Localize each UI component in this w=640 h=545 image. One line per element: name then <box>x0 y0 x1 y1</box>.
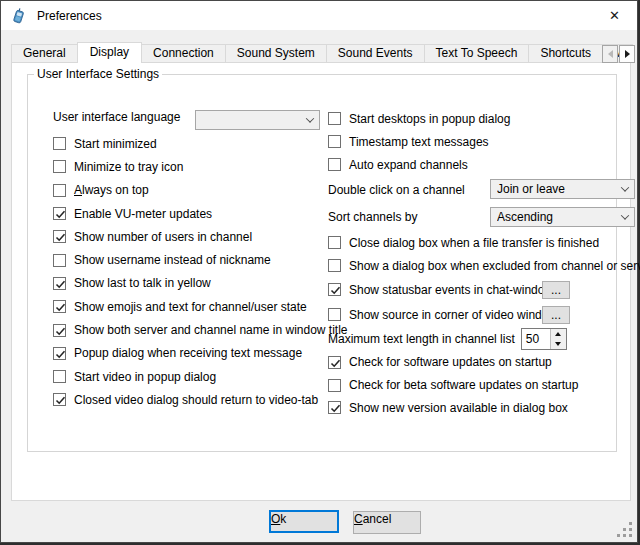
sort-channels-select[interactable]: Ascending <box>490 207 635 227</box>
checkmark-icon <box>54 394 67 407</box>
checkbox[interactable] <box>328 259 341 272</box>
checkbox[interactable] <box>53 184 66 197</box>
checkbox-row[interactable]: Start desktops in popup dialog <box>328 107 633 130</box>
checkbox-row[interactable]: Start minimized <box>53 132 333 155</box>
checkbox-row[interactable]: Start video in popup dialog <box>53 365 333 388</box>
checkmark-icon <box>329 402 342 415</box>
chevron-down-icon <box>306 114 314 122</box>
checkbox-row[interactable]: Popup dialog when receiving text message <box>53 342 333 365</box>
checkbox-label: Show emojis and text for channel/user st… <box>74 300 307 314</box>
checkbox[interactable] <box>53 370 66 383</box>
down-arrow-icon <box>555 342 561 346</box>
checkbox[interactable] <box>328 401 341 414</box>
tab-scroll-right-button[interactable] <box>619 45 635 63</box>
checkbox[interactable] <box>53 277 66 290</box>
checkbox-row[interactable]: Show emojis and text for channel/user st… <box>53 295 333 318</box>
checkbox[interactable] <box>328 135 341 148</box>
checkbox[interactable] <box>53 230 66 243</box>
group-title: User Interface Settings <box>34 67 162 81</box>
cancel-button[interactable]: Cancel <box>353 511 421 534</box>
sort-channels-row: Sort channels by Ascending <box>328 204 633 232</box>
ellipsis-button[interactable]: ... <box>542 281 570 299</box>
double-click-label: Double click on a channel <box>328 183 465 197</box>
checkbox[interactable] <box>53 347 66 360</box>
tab-connection[interactable]: Connection <box>141 44 226 63</box>
checkbox-row[interactable]: Check for beta software updates on start… <box>328 374 633 397</box>
close-button[interactable]: ✕ <box>592 1 637 30</box>
checkbox-label: Show last to talk in yellow <box>74 276 211 290</box>
tab-sound-events[interactable]: Sound Events <box>326 44 425 63</box>
resize-grip[interactable] <box>617 522 633 538</box>
checkbox-label: Popup dialog when receiving text message <box>74 346 302 360</box>
checkbox-row[interactable]: Minimize to tray icon <box>53 155 333 178</box>
right-dropdown-rows: Double click on a channel Join or leave … <box>328 176 633 231</box>
checkbox-row[interactable]: Closed video dialog should return to vid… <box>53 388 333 411</box>
checkbox-row[interactable]: Always on top <box>53 179 333 202</box>
spinner-buttons <box>550 329 566 349</box>
checkbox[interactable] <box>328 283 341 296</box>
checkbox[interactable] <box>53 254 66 267</box>
max-text-length-label: Maximum text length in channel list <box>328 332 515 346</box>
language-select[interactable] <box>195 110 320 130</box>
language-label: User interface language <box>53 110 180 124</box>
max-text-length-spinner[interactable]: 50 <box>521 328 567 350</box>
checkbox-row[interactable]: Timestamp text messages <box>328 130 633 153</box>
checkbox-row[interactable]: Show username instead of nickname <box>53 248 333 271</box>
ellipsis-button[interactable]: ... <box>542 306 570 324</box>
tab-sound-system[interactable]: Sound System <box>225 44 327 63</box>
checkbox[interactable] <box>328 158 341 171</box>
checkbox-row[interactable]: Show a dialog box when excluded from cha… <box>328 254 633 277</box>
checkbox-label: Closed video dialog should return to vid… <box>74 393 318 407</box>
checkbox[interactable] <box>328 236 341 249</box>
tab-text-to-speech[interactable]: Text To Speech <box>424 44 530 63</box>
checkbox-label: Start desktops in popup dialog <box>349 112 510 126</box>
checkmark-icon <box>54 208 67 221</box>
checkbox-label: Minimize to tray icon <box>74 160 183 174</box>
checkbox[interactable] <box>328 379 341 392</box>
checkbox-label: Start minimized <box>74 137 157 151</box>
tab-shortcuts[interactable]: Shortcuts <box>528 44 603 63</box>
tab-general[interactable]: General <box>11 44 78 63</box>
double-click-row: Double click on a channel Join or leave <box>328 176 633 204</box>
double-click-value: Join or leave <box>497 182 565 196</box>
right-options-top: Start desktops in popup dialog Timestamp… <box>328 107 633 176</box>
checkbox-row[interactable]: Close dialog box when a file transfer is… <box>328 231 633 254</box>
checkbox[interactable] <box>328 112 341 125</box>
checkbox-row[interactable]: Show both server and channel name in win… <box>53 318 333 341</box>
checkbox[interactable] <box>328 356 341 369</box>
checkbox[interactable] <box>53 137 66 150</box>
spin-down-button[interactable] <box>551 339 566 349</box>
tab-scroll-left-button[interactable] <box>602 45 618 63</box>
checkmark-icon <box>54 278 67 291</box>
double-click-select[interactable]: Join or leave <box>490 179 635 199</box>
checkbox-row[interactable]: Show source in corner of video window ..… <box>328 302 633 327</box>
checkbox-row[interactable]: Show new version available in dialog box <box>328 396 633 419</box>
up-arrow-icon <box>555 332 561 336</box>
sort-channels-value: Ascending <box>497 210 553 224</box>
tab-display[interactable]: Display <box>77 42 142 63</box>
checkbox[interactable] <box>53 300 66 313</box>
checkbox-row[interactable]: Show last to talk in yellow <box>53 272 333 295</box>
chevron-down-icon <box>621 211 629 219</box>
checkbox-row[interactable]: Show number of users in channel <box>53 225 333 248</box>
checkbox-label: Show a dialog box when excluded from cha… <box>349 259 640 273</box>
spin-up-button[interactable] <box>551 329 566 339</box>
checkbox[interactable] <box>53 207 66 220</box>
checkbox[interactable] <box>53 324 66 337</box>
checkbox-row[interactable]: Enable VU-meter updates <box>53 202 333 225</box>
ok-button[interactable]: Ok <box>269 510 339 533</box>
checkbox-label: Show username instead of nickname <box>74 253 271 267</box>
right-arrow-icon <box>625 50 630 58</box>
window-title: Preferences <box>37 9 102 23</box>
checkbox-row[interactable]: Show statusbar events in chat-window ... <box>328 277 633 302</box>
close-icon: ✕ <box>609 8 620 23</box>
checkbox[interactable] <box>53 393 66 406</box>
checkmark-icon <box>54 348 67 361</box>
checkbox[interactable] <box>53 160 66 173</box>
right-options-bottom: Check for software updates on startup Ch… <box>328 351 633 419</box>
max-text-length-value: 50 <box>522 329 550 349</box>
left-arrow-icon <box>608 50 613 58</box>
checkbox-row[interactable]: Check for software updates on startup <box>328 351 633 374</box>
checkbox-row[interactable]: Auto expand channels <box>328 153 633 176</box>
checkbox[interactable] <box>328 308 341 321</box>
